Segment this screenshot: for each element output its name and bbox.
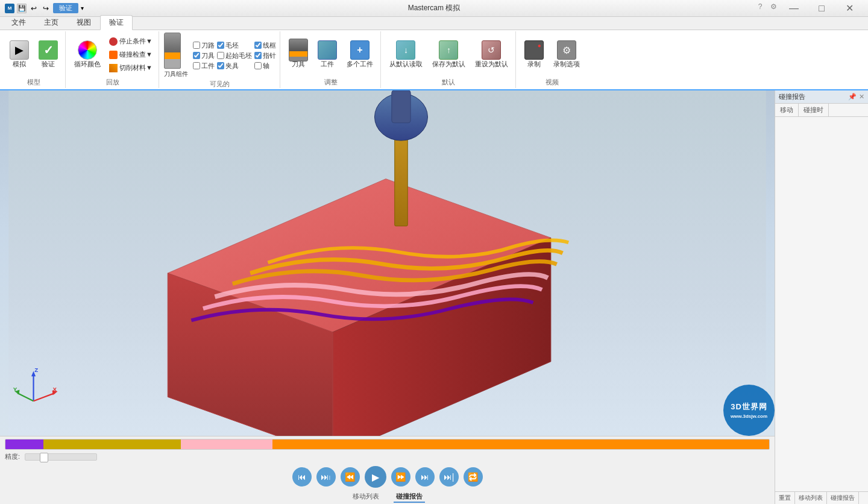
next-op-btn[interactable]: ⏭ [415, 467, 435, 487]
col-header-collision: 碰撞时 [799, 104, 829, 116]
prev-op-btn[interactable]: ⏭| [316, 467, 336, 487]
right-panel-col-headers: 移动 碰撞时 [775, 104, 868, 117]
cb-pointer: 指针 [254, 51, 276, 60]
cb-init-stock-input[interactable] [217, 52, 224, 59]
ribbon-group-default: ↓ 从默认读取 ↑ 保存为默认 ↺ 重设为默认 默认 [382, 31, 516, 88]
cb-axis: 轴 [254, 61, 276, 71]
cb-workpiece-label: 工件 [201, 61, 215, 71]
cb-axis-input[interactable] [254, 62, 262, 69]
multi-work-btn[interactable]: + 多个工件 [343, 38, 377, 71]
cb-pointer-label: 指针 [263, 51, 276, 60]
simulate-label: 模拟 [13, 60, 26, 69]
video-group-content: ● 录制 ⚙ 录制选项 [521, 33, 583, 77]
tab-home[interactable]: 主页 [35, 15, 68, 30]
reset-default-icon: ↺ [482, 40, 501, 60]
right-tab-collision-report[interactable]: 碰撞报告 [827, 492, 859, 504]
load-default-btn[interactable]: ↓ 从默认读取 [386, 38, 426, 71]
record-icon: ● [524, 40, 544, 60]
precision-slider-thumb[interactable] [40, 453, 48, 462]
multi-work-btn-label: 多个工件 [347, 60, 373, 69]
cb-init-stock-label: 起始毛坯 [225, 51, 252, 60]
3d-viewport[interactable]: Z Y X 3D世界网 www.3dsjw.com [0, 90, 775, 436]
skip-start-btn[interactable]: ⏮ [292, 467, 312, 487]
cb-wireframe-label: 线框 [263, 41, 276, 50]
rewind-btn[interactable]: ⏪ [341, 467, 360, 487]
cut-material-icon [109, 64, 118, 72]
cycle-color-button[interactable]: 循环颜色 [71, 38, 104, 71]
help-icon[interactable]: ? [753, 0, 767, 13]
maximize-button[interactable]: □ [808, 0, 835, 17]
progress-area [0, 436, 775, 451]
tab-view[interactable]: 视图 [68, 15, 100, 30]
panel-close-icon[interactable]: ✕ [859, 93, 864, 101]
video-group-label: 视频 [546, 77, 559, 87]
save-default-btn[interactable]: ↑ 保存为默认 [429, 38, 469, 71]
verify-button[interactable]: ✓ 验证 [35, 38, 61, 71]
right-tab-reset[interactable]: 重置 [775, 492, 795, 504]
col-header-move: 移动 [775, 104, 799, 116]
tool-component-btn[interactable]: 刀具组件 [164, 33, 188, 78]
settings-icon[interactable]: ⚙ [767, 0, 780, 13]
verify-tab-quick[interactable]: 验证 [53, 3, 78, 13]
ribbon-group-playback: 循环颜色 停止条件▼ 碰撞检查▼ 切削材料▼ 回放 [67, 31, 159, 88]
collision-check-button[interactable]: 碰撞检查▼ [107, 49, 155, 60]
reset-default-btn[interactable]: ↺ 重设为默认 [471, 38, 512, 71]
playback-group-content: 循环颜色 停止条件▼ 碰撞检查▼ 切削材料▼ [71, 33, 155, 77]
cb-fixture: 夹具 [217, 61, 252, 71]
undo-icon[interactable]: ↩ [29, 4, 39, 13]
right-tab-move-list[interactable]: 移动列表 [795, 492, 827, 504]
main-progress-track[interactable] [5, 439, 770, 450]
forward-btn[interactable]: ⏩ [391, 467, 410, 487]
record-opts-label: 录制选项 [553, 60, 580, 69]
svg-text:Z: Z [34, 367, 38, 373]
stop-condition-button[interactable]: 停止条件▼ [107, 36, 155, 47]
cut-material-button[interactable]: 切削材料▼ [107, 62, 155, 74]
cb-tool-input[interactable] [193, 52, 200, 59]
tab-file[interactable]: 文件 [2, 15, 35, 30]
tool-component-icon [164, 33, 181, 69]
svg-text:Y: Y [13, 386, 17, 392]
multi-work-icon: + [350, 40, 370, 60]
cb-toolpath-input[interactable] [193, 42, 200, 49]
cb-workpiece-input[interactable] [193, 62, 200, 69]
model-group-content: ▶ 模拟 ✓ 验证 [6, 33, 61, 77]
precision-slider-track[interactable] [25, 453, 97, 461]
record-opts-btn[interactable]: ⚙ 录制选项 [550, 38, 583, 71]
cb-stock-input[interactable] [217, 42, 224, 49]
save-icon[interactable]: 💾 [17, 4, 27, 13]
minimize-button[interactable]: — [780, 0, 808, 17]
cb-axis-label: 轴 [263, 61, 269, 71]
checkbox-col-1: 刀路 刀具 工件 [193, 41, 215, 71]
titlebar: M 💾 ↩ ↪ 验证 ▾ Mastercam 模拟 ? ⚙ — □ ✕ [0, 0, 868, 17]
loop-btn[interactable]: 🔁 [464, 467, 483, 487]
precision-label: 精度: [5, 452, 20, 461]
cb-wireframe-input[interactable] [254, 42, 262, 49]
dropdown-arrow[interactable]: ▾ [81, 5, 84, 11]
ribbon-group-adjust: 刀具 工件 + 多个工件 调整 [281, 31, 381, 88]
skip-end-btn[interactable]: ⏭| [439, 467, 459, 487]
tool-btn[interactable]: 刀具 [285, 38, 312, 71]
default-group-content: ↓ 从默认读取 ↑ 保存为默认 ↺ 重设为默认 [386, 33, 512, 77]
redo-icon[interactable]: ↪ [41, 4, 51, 13]
checkbox-col-3: 线框 指针 轴 [254, 41, 276, 71]
cb-tool: 刀具 [193, 51, 215, 60]
cb-stock-label: 毛坯 [225, 41, 239, 50]
bottom-tab-collision-report[interactable]: 碰撞报告 [394, 491, 425, 503]
reset-default-label: 重设为默认 [475, 60, 508, 69]
panel-pin-icon[interactable]: 📌 [848, 93, 857, 101]
workpiece-btn-label: 工件 [321, 60, 334, 69]
bottom-tab-move-list[interactable]: 移动列表 [350, 491, 382, 503]
verify-label: 验证 [42, 60, 55, 69]
record-btn[interactable]: ● 录制 [521, 38, 547, 71]
cycle-color-label: 循环颜色 [74, 60, 101, 69]
cb-fixture-input[interactable] [217, 62, 224, 69]
workpiece-btn[interactable]: 工件 [314, 38, 341, 71]
progress-orange [272, 439, 769, 449]
tab-verify[interactable]: 验证 [100, 15, 133, 30]
collision-icon [109, 51, 118, 59]
play-btn[interactable]: ▶ [365, 466, 386, 488]
close-button[interactable]: ✕ [835, 0, 863, 17]
cb-pointer-input[interactable] [254, 52, 262, 59]
app-title: Mastercam 模拟 [408, 3, 461, 13]
simulate-button[interactable]: ▶ 模拟 [6, 38, 33, 71]
